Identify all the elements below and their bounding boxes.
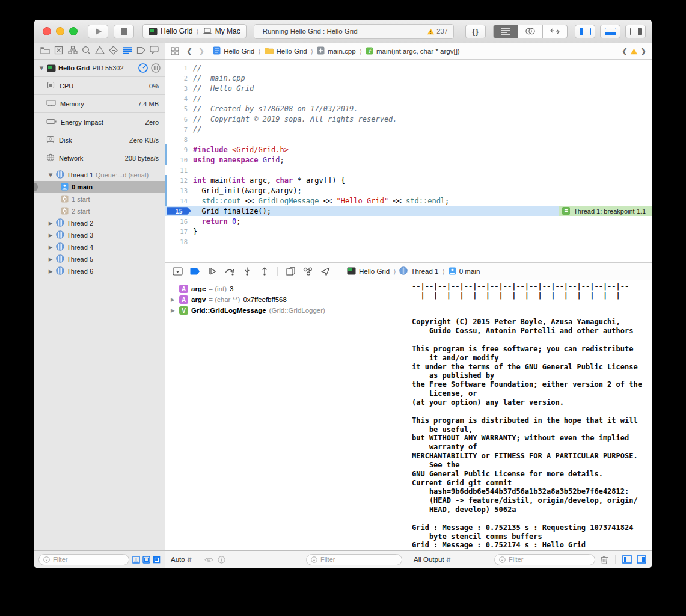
minimize-window-button[interactable] bbox=[56, 27, 64, 35]
stack-frame-row[interactable]: 0 main bbox=[34, 181, 165, 193]
close-window-button[interactable] bbox=[43, 27, 51, 35]
stack-frame-row[interactable]: 1 start bbox=[34, 193, 165, 205]
toggle-variables-view-icon[interactable] bbox=[622, 555, 632, 564]
console-output-popup[interactable]: All Output ⇵ bbox=[414, 556, 451, 563]
code-line[interactable]: 2// main.cpp bbox=[165, 73, 652, 83]
symbol-navigator-icon[interactable] bbox=[68, 46, 78, 57]
console-output[interactable]: --|--|--|--|--|--|--|--|--|--|--|--|--|-… bbox=[408, 280, 652, 550]
gutter[interactable]: 6 bbox=[165, 114, 193, 124]
go-back-button[interactable]: ❮ bbox=[186, 47, 192, 55]
navigator-filter-input[interactable]: Filter bbox=[38, 554, 129, 565]
gutter[interactable]: 8 bbox=[165, 134, 193, 144]
gutter[interactable]: 1 bbox=[165, 63, 193, 73]
code-line[interactable]: 1// bbox=[165, 63, 652, 73]
gutter[interactable]: 12 bbox=[165, 175, 193, 185]
thread-row[interactable]: ▶Thread 5 bbox=[34, 253, 165, 265]
code-line[interactable]: 15 Grid_finalize();=Thread 1: breakpoint… bbox=[165, 206, 652, 216]
debug-breadcrumb-item[interactable]: 0 main bbox=[459, 268, 480, 275]
performance-gauge-icon[interactable] bbox=[138, 63, 148, 73]
disclosure-open-icon[interactable]: ▼ bbox=[47, 172, 54, 178]
memory-graph-button[interactable] bbox=[301, 265, 314, 277]
stack-frame-row[interactable]: 2 start bbox=[34, 205, 165, 217]
issue-warning-icon[interactable] bbox=[630, 48, 638, 55]
simulate-location-button[interactable] bbox=[319, 265, 332, 277]
zoom-window-button[interactable] bbox=[69, 27, 78, 35]
toggle-navigator-button[interactable] bbox=[575, 25, 595, 38]
code-line[interactable]: 3// Hello Grid bbox=[165, 83, 652, 93]
warning-count-badge[interactable]: 237 bbox=[427, 28, 447, 35]
disclosure-closed-icon[interactable]: ▶ bbox=[47, 244, 54, 250]
thread-row[interactable]: ▶Thread 2 bbox=[34, 217, 165, 229]
breakpoint-badge[interactable]: 15 bbox=[167, 206, 191, 215]
debug-symbols-filter-icon[interactable] bbox=[142, 556, 150, 564]
code-line[interactable]: 17} bbox=[165, 226, 652, 236]
next-issue-button[interactable]: ❯ bbox=[640, 47, 646, 55]
debug-breadcrumb-item[interactable]: Hello Grid bbox=[359, 268, 390, 275]
disclosure-closed-icon[interactable]: ▶ bbox=[171, 307, 176, 313]
variable-row[interactable]: ▶VGrid::GridLogMessage(Grid::GridLogger) bbox=[165, 305, 408, 316]
variables-scope-popup[interactable]: Auto ⇵ bbox=[171, 556, 192, 563]
console-filter-input[interactable]: Filter bbox=[494, 554, 595, 565]
gutter[interactable]: 17 bbox=[165, 226, 193, 236]
gutter[interactable]: 18 bbox=[165, 236, 193, 247]
gauge-row-disk[interactable]: DiskZero KB/s bbox=[34, 131, 165, 149]
step-over-button[interactable] bbox=[223, 265, 236, 277]
stop-button[interactable] bbox=[114, 25, 134, 38]
thread-row[interactable]: ▶Thread 3 bbox=[34, 229, 165, 241]
code-line[interactable]: 10using namespace Grid; bbox=[165, 155, 652, 165]
variables-filter-input[interactable]: Filter bbox=[306, 554, 402, 565]
breadcrumb-item[interactable]: Hello Grid bbox=[224, 48, 254, 55]
gutter[interactable]: 4 bbox=[165, 93, 193, 103]
code-line[interactable]: 7// bbox=[165, 124, 652, 134]
hide-debug-area-button[interactable] bbox=[171, 265, 184, 277]
code-line[interactable]: 14 std::cout << GridLogMessage << "Hello… bbox=[165, 196, 652, 206]
code-line[interactable]: 11 bbox=[165, 165, 652, 175]
thread-view-toggle-icon[interactable] bbox=[151, 63, 161, 73]
disclosure-closed-icon[interactable]: ▶ bbox=[47, 232, 54, 238]
gauge-row-energy-impact[interactable]: Energy ImpactZero bbox=[34, 113, 165, 131]
standard-editor-button[interactable] bbox=[494, 25, 518, 38]
variables-view[interactable]: Aargc= (int)3▶Aargv= (char **)0x7ffeefbf… bbox=[165, 280, 408, 550]
source-control-navigator-icon[interactable] bbox=[54, 46, 63, 57]
view-hierarchy-button[interactable] bbox=[284, 265, 297, 277]
clear-console-trash-icon[interactable] bbox=[600, 555, 608, 564]
code-line[interactable]: 4// bbox=[165, 93, 652, 103]
gutter[interactable]: 15 bbox=[165, 206, 193, 216]
breadcrumb-item[interactable]: main(int argc, char * argv[]) bbox=[376, 48, 460, 55]
source-editor[interactable]: 1//2// main.cpp3// Hello Grid4//5// Crea… bbox=[165, 60, 652, 262]
debug-navigator-icon[interactable] bbox=[123, 46, 132, 57]
variable-row[interactable]: ▶Aargv= (char **)0x7ffeefbff568 bbox=[165, 294, 408, 305]
report-navigator-icon[interactable] bbox=[150, 46, 159, 57]
library-button[interactable]: {} bbox=[465, 25, 486, 38]
gutter[interactable]: 11 bbox=[165, 165, 193, 175]
related-items-icon[interactable] bbox=[171, 47, 179, 55]
toggle-console-view-icon[interactable] bbox=[637, 555, 646, 564]
gutter[interactable]: 9 bbox=[165, 144, 193, 155]
disclosure-closed-icon[interactable]: ▶ bbox=[47, 256, 54, 262]
variable-row[interactable]: Aargc= (int)3 bbox=[165, 283, 408, 294]
gutter[interactable]: 7 bbox=[165, 124, 193, 134]
info-icon[interactable] bbox=[218, 556, 225, 564]
disclosure-closed-icon[interactable]: ▶ bbox=[47, 220, 54, 226]
disclosure-closed-icon[interactable]: ▶ bbox=[47, 268, 54, 274]
step-out-button[interactable] bbox=[258, 265, 271, 277]
gauge-row-network[interactable]: Network208 bytes/s bbox=[34, 149, 165, 167]
scheme-selector[interactable]: Hello Grid ⟩ My Mac bbox=[142, 24, 247, 38]
gutter[interactable]: 16 bbox=[165, 216, 193, 226]
breakpoint-navigator-icon[interactable] bbox=[136, 46, 145, 57]
thread-row[interactable]: ▶Thread 4 bbox=[34, 241, 165, 253]
gutter[interactable]: 2 bbox=[165, 73, 193, 83]
previous-issue-button[interactable]: ❮ bbox=[622, 47, 628, 55]
process-row[interactable]: ▼ Hello Grid PID 55302 bbox=[34, 60, 165, 77]
code-line[interactable]: 9#include <Grid/Grid.h> bbox=[165, 144, 652, 155]
code-line[interactable]: 13 Grid_init(&argc,&argv); bbox=[165, 185, 652, 196]
continue-execution-button[interactable] bbox=[206, 265, 219, 277]
gutter[interactable]: 5 bbox=[165, 103, 193, 114]
assistant-editor-button[interactable] bbox=[518, 25, 543, 38]
crashed-threads-filter-icon[interactable] bbox=[153, 556, 161, 564]
code-line[interactable]: 8 bbox=[165, 134, 652, 144]
paused-frames-filter-icon[interactable] bbox=[132, 556, 140, 564]
find-navigator-icon[interactable] bbox=[82, 46, 91, 57]
project-navigator-icon[interactable] bbox=[40, 46, 50, 57]
version-editor-button[interactable] bbox=[543, 25, 567, 38]
